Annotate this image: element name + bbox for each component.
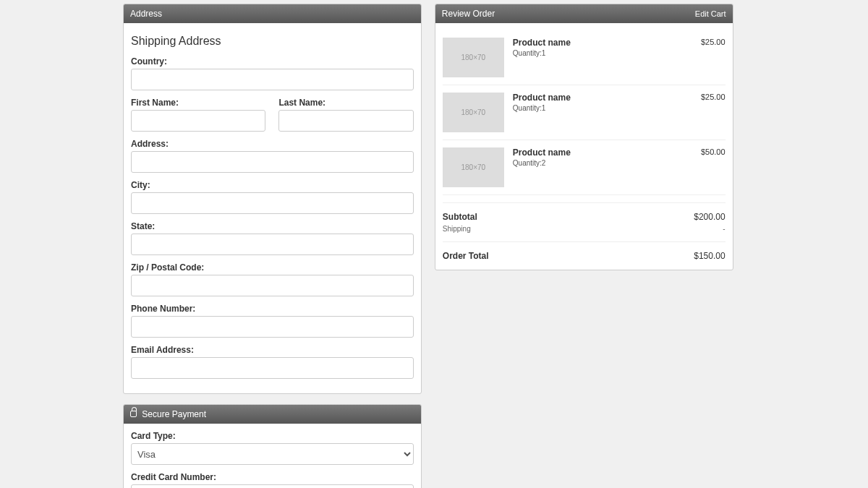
shipping-label: Shipping (443, 225, 471, 233)
zip-label: Zip / Postal Code: (131, 262, 414, 273)
zip-input[interactable] (131, 275, 414, 296)
phone-label: Phone Number: (131, 304, 414, 314)
phone-input[interactable] (131, 316, 414, 338)
product-price: $50.00 (689, 147, 726, 156)
order-item: 180×70 Product name Quantity:1 $25.00 (443, 30, 726, 85)
subtotal-label: Subtotal (443, 212, 477, 222)
subtotal-value: $200.00 (694, 212, 725, 222)
last-name-input[interactable] (278, 110, 413, 132)
product-thumbnail: 180×70 (443, 93, 504, 132)
card-type-label: Card Type: (131, 431, 414, 441)
card-number-input[interactable] (131, 484, 414, 488)
address-panel: Address Shipping Address Country: First … (123, 4, 422, 394)
state-input[interactable] (131, 234, 414, 255)
payment-heading-text: Secure Payment (142, 409, 206, 419)
lock-icon (130, 411, 137, 417)
product-qty: Quantity:1 (513, 104, 681, 112)
address-input[interactable] (131, 151, 414, 173)
product-name: Product name (513, 38, 681, 48)
card-type-select[interactable]: Visa (131, 443, 414, 465)
last-name-label: Last Name: (278, 98, 413, 108)
review-order-panel: Review Order Edit Cart 180×70 Product na… (435, 4, 733, 270)
order-total-value: $150.00 (694, 251, 725, 261)
product-name: Product name (513, 147, 681, 158)
order-total-label: Order Total (443, 251, 489, 261)
country-input[interactable] (131, 69, 414, 90)
product-qty: Quantity:1 (513, 49, 681, 57)
order-item: 180×70 Product name Quantity:1 $25.00 (443, 85, 726, 140)
shipping-address-title: Shipping Address (131, 35, 414, 48)
city-label: City: (131, 180, 414, 190)
address-panel-heading: Address (124, 4, 421, 23)
payment-panel-heading: Secure Payment (124, 405, 421, 424)
product-thumbnail: 180×70 (443, 147, 504, 187)
product-qty: Quantity:2 (513, 159, 681, 167)
email-input[interactable] (131, 357, 414, 379)
first-name-label: First Name: (131, 98, 265, 108)
order-item: 180×70 Product name Quantity:2 $50.00 (443, 140, 726, 195)
product-name: Product name (513, 93, 681, 103)
review-panel-heading: Review Order Edit Cart (435, 4, 733, 23)
email-label: Email Address: (131, 345, 414, 355)
country-label: Country: (131, 56, 414, 67)
address-label: Address: (131, 139, 414, 149)
product-price: $25.00 (689, 38, 726, 46)
city-input[interactable] (131, 192, 414, 214)
product-price: $25.00 (689, 93, 726, 101)
shipping-value: - (723, 225, 725, 233)
review-heading-text: Review Order (442, 9, 495, 19)
edit-cart-link[interactable]: Edit Cart (695, 9, 726, 18)
address-heading-text: Address (130, 9, 162, 19)
state-label: State: (131, 221, 414, 231)
first-name-input[interactable] (131, 110, 265, 132)
card-number-label: Credit Card Number: (131, 472, 414, 482)
product-thumbnail: 180×70 (443, 38, 504, 77)
payment-panel: Secure Payment Card Type: Visa Credit Ca… (123, 404, 422, 488)
